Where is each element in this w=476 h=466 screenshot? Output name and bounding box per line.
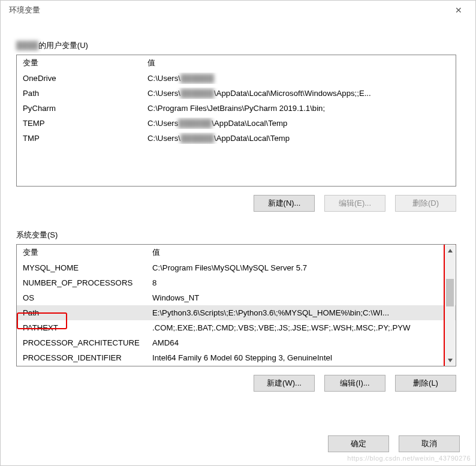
sys-row[interactable]: PROCESSOR_IDENTIFIER Intel64 Family 6 Mo…	[17, 350, 456, 365]
user-var-name: OneDrive	[23, 73, 147, 84]
cancel-button[interactable]: 取消	[399, 435, 460, 452]
col-header-variable: 变量	[23, 247, 152, 258]
sys-row[interactable]: PATHEXT .COM;.EXE;.BAT;.CMD;.VBS;.VBE;.J…	[17, 320, 456, 335]
sys-var-value: Intel64 Family 6 Model 60 Stepping 3, Ge…	[152, 352, 452, 363]
sys-var-name: PATHEXT	[23, 322, 152, 333]
user-row[interactable]: Path C:\Users\██████\AppData\Local\Micro…	[17, 86, 456, 101]
env-vars-dialog: 环境变量 ✕ ████的用户变量(U) 变量 值 OneDrive C:\Use…	[0, 0, 476, 466]
close-icon[interactable]: ✕	[447, 1, 471, 20]
sys-var-value: .COM;.EXE;.BAT;.CMD;.VBS;.VBE;.JS;.JSE;.…	[152, 322, 452, 333]
col-header-variable: 变量	[23, 58, 147, 68]
sys-var-value: Windows_NT	[152, 292, 452, 303]
system-buttons-row: 新建(W)... 编辑(I)... 删除(L)	[16, 375, 456, 392]
sys-new-button[interactable]: 新建(W)...	[254, 375, 315, 392]
user-variables-listbox[interactable]: 变量 值 OneDrive C:\Users\██████ Path C:\Us…	[16, 55, 456, 187]
user-list-header: 变量 值	[17, 55, 456, 71]
user-var-value: C:\Program Files\JetBrains\PyCharm 2019.…	[147, 103, 452, 114]
sys-var-name: NUMBER_OF_PROCESSORS	[23, 277, 152, 288]
window-title: 环境变量	[5, 5, 447, 16]
user-var-value: C:\Users\██████	[147, 73, 452, 84]
sys-var-value: AMD64	[152, 337, 452, 348]
titlebar: 环境变量 ✕	[1, 1, 475, 20]
user-var-name: TEMP	[23, 118, 147, 129]
user-var-value: C:\Users██████\AppData\Local\Temp	[147, 118, 452, 129]
sys-var-name: PROCESSOR_ARCHITECTURE	[23, 337, 152, 348]
sys-row-path[interactable]: Path E:\Python3.6\Scripts\;E:\Python3.6\…	[17, 305, 456, 320]
user-buttons-row: 新建(N)... 编辑(E)... 删除(D)	[16, 195, 456, 212]
user-row[interactable]: TEMP C:\Users██████\AppData\Local\Temp	[17, 116, 456, 131]
username-blurred: ████	[16, 41, 38, 50]
user-var-name: PyCharm	[23, 103, 147, 114]
user-row[interactable]: PyCharm C:\Program Files\JetBrains\PyCha…	[17, 101, 456, 116]
user-var-value: C:\Users\██████\AppData\Local\Temp	[147, 133, 452, 144]
user-variables-group: ████的用户变量(U) 变量 值 OneDrive C:\Users\████…	[16, 35, 460, 212]
sys-row[interactable]: NUMBER_OF_PROCESSORS 8	[17, 275, 456, 290]
sys-var-name: MYSQL_HOME	[23, 262, 152, 273]
sys-edit-button[interactable]: 编辑(I)...	[324, 375, 385, 392]
system-variables-listbox[interactable]: 变量 值 MYSQL_HOME C:\Program Files\MySQL\M…	[16, 244, 456, 366]
scroll-down-icon[interactable]	[445, 355, 455, 365]
user-row[interactable]: TMP C:\Users\██████\AppData\Local\Temp	[17, 131, 456, 146]
system-variables-label: 系统变量(S)	[16, 230, 60, 240]
user-edit-button[interactable]: 编辑(E)...	[324, 195, 385, 212]
sys-var-name: OS	[23, 292, 152, 303]
sys-var-value: C:\Program Files\MySQL\MySQL Server 5.7	[152, 262, 452, 273]
col-header-value: 值	[152, 247, 452, 258]
col-header-value: 值	[147, 58, 452, 68]
user-delete-button[interactable]: 删除(D)	[395, 195, 456, 212]
user-var-name: TMP	[23, 133, 147, 144]
sys-delete-button[interactable]: 删除(L)	[395, 375, 456, 392]
sys-list-scrollbar[interactable]	[445, 245, 455, 365]
user-variables-label: ████的用户变量(U)	[16, 40, 91, 51]
system-variables-group: 系统变量(S) 变量 值 MYSQL_HOME C:\Program Files…	[16, 225, 460, 392]
sys-row[interactable]: OS Windows_NT	[17, 290, 456, 305]
sys-var-name: PROCESSOR_IDENTIFIER	[23, 352, 152, 363]
user-row[interactable]: OneDrive C:\Users\██████	[17, 71, 456, 86]
scroll-up-icon[interactable]	[445, 245, 455, 255]
user-var-value: C:\Users\██████\AppData\Local\Microsoft\…	[147, 88, 452, 99]
sys-var-value: E:\Python3.6\Scripts\;E:\Python3.6\;%MYS…	[152, 307, 452, 318]
ok-button[interactable]: 确定	[328, 435, 389, 452]
sys-var-name: Path	[23, 307, 152, 318]
dialog-footer: 确定 取消	[1, 435, 475, 465]
sys-row[interactable]: PROCESSOR_ARCHITECTURE AMD64	[17, 335, 456, 350]
user-var-name: Path	[23, 88, 147, 99]
scroll-thumb[interactable]	[446, 279, 454, 306]
user-new-button[interactable]: 新建(N)...	[254, 195, 315, 212]
sys-row[interactable]: MYSQL_HOME C:\Program Files\MySQL\MySQL …	[17, 260, 456, 275]
sys-var-value: 8	[152, 277, 452, 288]
sys-list-header: 变量 值	[17, 245, 456, 260]
